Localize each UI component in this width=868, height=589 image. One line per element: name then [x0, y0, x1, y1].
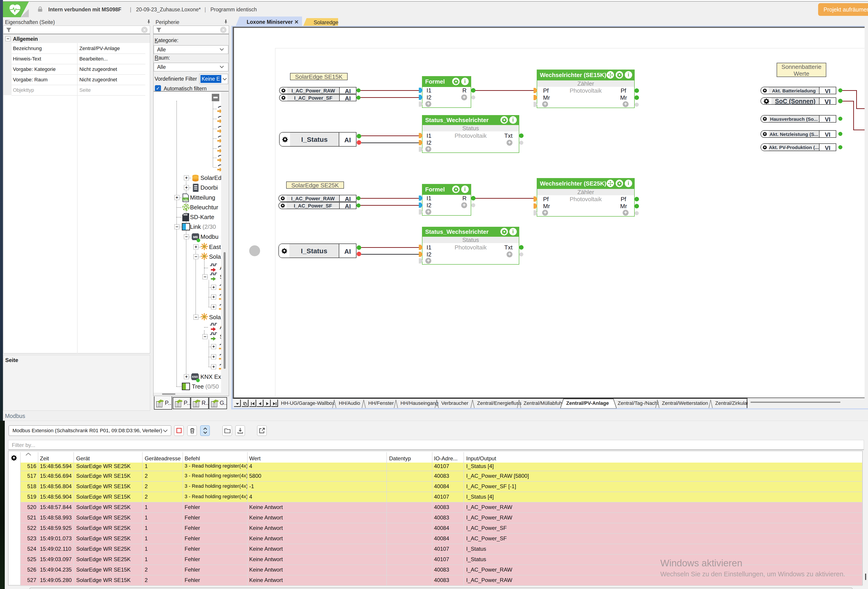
svg-text:LOG: LOG [183, 198, 188, 200]
svg-text:KNX: KNX [192, 375, 198, 378]
svg-text:MB: MB [193, 236, 198, 239]
